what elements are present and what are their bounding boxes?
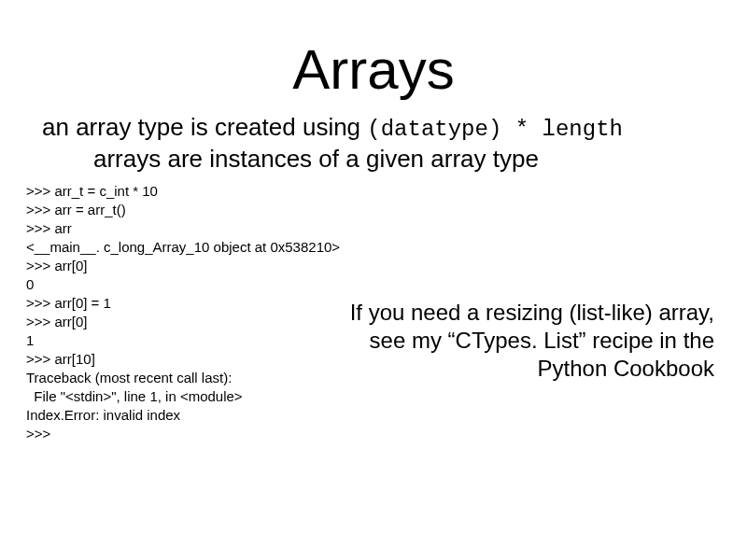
slide: Arrays an array type is created using (d… — [0, 0, 747, 560]
slide-title: Arrays — [0, 37, 747, 102]
note-line-1: If you need a resizing (list-like) array… — [322, 299, 714, 327]
code-block: >>> arr_t = c_int * 10 >>> arr = arr_t()… — [26, 182, 340, 443]
subtitle-line-1: an array type is created using (datatype… — [42, 112, 623, 145]
side-note: If you need a resizing (list-like) array… — [322, 299, 714, 383]
note-line-2: see my “CTypes. List” recipe in the Pyth… — [322, 327, 714, 383]
subtitle-1-code: (datatype) * length — [367, 117, 623, 142]
subtitle-1-text: an array type is created using — [42, 113, 367, 141]
subtitle-line-2: arrays are instances of a given array ty… — [93, 145, 539, 174]
